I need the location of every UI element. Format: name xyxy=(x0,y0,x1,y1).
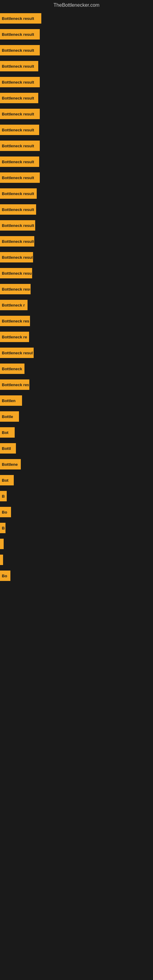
bar-label: Bottlen xyxy=(2,398,16,403)
bar-label: Bottleneck result xyxy=(2,191,34,196)
bar-label: B xyxy=(2,494,5,499)
list-item xyxy=(0,536,153,552)
bar-label: Bottleneck result xyxy=(2,255,32,260)
bars-container: Bottleneck resultBottleneck resultBottle… xyxy=(0,10,153,584)
list-item: Bottleneck result xyxy=(0,265,153,281)
bar-item: Bottleneck result xyxy=(0,109,40,119)
list-item: Bottleneck resu xyxy=(0,313,153,329)
site-title: TheBottlenecker.com xyxy=(0,0,153,10)
list-item: Bot xyxy=(0,472,153,488)
list-item: Bot xyxy=(0,425,153,441)
list-item: Bo xyxy=(0,568,153,584)
list-item: Bottlen xyxy=(0,393,153,409)
bar-label: Bottleneck resu xyxy=(2,382,29,387)
list-item: Bottleneck result xyxy=(0,202,153,218)
bar-label: Bottleneck result xyxy=(2,32,34,37)
bar-item: Bottleneck r xyxy=(0,300,27,310)
list-item xyxy=(0,552,153,568)
list-item: Bottleneck result xyxy=(0,233,153,249)
bar-item xyxy=(0,555,3,565)
bar-item: Bottleneck xyxy=(0,364,24,374)
bar-item xyxy=(0,539,4,549)
bar-label: Bottl xyxy=(2,446,11,451)
bar-item: Bottleneck result xyxy=(0,61,38,72)
list-item: B xyxy=(0,520,153,536)
bar-item: Bottleneck result xyxy=(0,156,39,167)
bar-item: Bottleneck result xyxy=(0,45,40,56)
list-item: Bottleneck xyxy=(0,361,153,377)
list-item: Bottleneck result xyxy=(0,106,153,122)
bar-item: Bo xyxy=(0,507,11,517)
list-item: Bottleneck re xyxy=(0,329,153,345)
bar-label: Bottleneck xyxy=(2,367,22,371)
list-item: Bottl xyxy=(0,441,153,456)
list-item: Bottleneck result xyxy=(0,10,153,26)
bar-item: Bottleneck result xyxy=(0,29,40,40)
bar-label: Bo xyxy=(2,510,7,514)
bar-item: Bottleneck result xyxy=(0,252,33,262)
bar-item: Bottl xyxy=(0,443,16,453)
bar-item: Bottleneck result xyxy=(0,220,35,231)
bar-item: Bottleneck result xyxy=(0,93,38,103)
list-item: Bottleneck result xyxy=(0,58,153,74)
list-item: Bottleneck result xyxy=(0,26,153,42)
bar-label: Bottleneck result xyxy=(2,159,34,164)
bar-item: Bottleneck result xyxy=(0,125,39,135)
bar-label: Bottleneck result xyxy=(2,96,34,100)
bar-label: Bottleneck result xyxy=(2,112,34,116)
bar-item: Bot xyxy=(0,475,14,485)
bar-label: Bottleneck resu xyxy=(2,319,29,323)
bar-label: Bottleneck result xyxy=(2,207,34,212)
bar-label: Bottleneck result xyxy=(2,16,34,21)
list-item: Bottleneck result xyxy=(0,138,153,154)
bar-label: Bottleneck result xyxy=(2,128,34,132)
bar-label: Bottlene xyxy=(2,462,18,467)
bar-item: Bottle xyxy=(0,411,19,422)
bar-item: Bot xyxy=(0,427,15,438)
bar-item: Bottleneck result xyxy=(0,236,34,247)
bar-item: Bottleneck result xyxy=(0,268,32,278)
bar-label: Bottleneck result xyxy=(2,175,34,180)
bar-label: Bottleneck re xyxy=(2,335,27,339)
list-item: Bottleneck result xyxy=(0,90,153,106)
bar-item: Bottleneck result xyxy=(0,140,40,151)
bar-item: Bottleneck result xyxy=(0,172,40,183)
list-item: B xyxy=(0,488,153,504)
list-item: Bottleneck result xyxy=(0,218,153,233)
bar-label: Bo xyxy=(2,574,7,578)
list-item: Bottleneck result xyxy=(0,74,153,90)
bar-item: Bottleneck result xyxy=(0,348,33,358)
list-item: Bottleneck resu xyxy=(0,377,153,393)
bar-item: Bottleneck resu xyxy=(0,284,30,294)
bar-item: Bottleneck re xyxy=(0,332,29,342)
bar-label: Bottleneck resu xyxy=(2,287,30,291)
bar-item: Bottleneck result xyxy=(0,204,36,215)
list-item: Bottleneck result xyxy=(0,345,153,361)
bar-item: Bottlen xyxy=(0,395,22,406)
bar-label: Bottleneck result xyxy=(2,351,33,355)
list-item: Bottleneck resu xyxy=(0,281,153,297)
list-item: Bottleneck result xyxy=(0,154,153,170)
bar-label: Bottle xyxy=(2,414,13,419)
bar-item: B xyxy=(0,491,7,501)
bar-label: Bottleneck result xyxy=(2,223,34,228)
bar-label: Bottleneck r xyxy=(2,303,25,307)
list-item: Bottlene xyxy=(0,456,153,472)
list-item: Bo xyxy=(0,504,153,520)
bar-item: Bottleneck resu xyxy=(0,316,30,326)
bar-item: B xyxy=(0,523,5,533)
bar-item: Bottlene xyxy=(0,459,21,469)
bar-item: Bottleneck resu xyxy=(0,379,29,390)
bar-label: Bottleneck result xyxy=(2,239,33,244)
list-item: Bottleneck r xyxy=(0,297,153,313)
list-item: Bottle xyxy=(0,409,153,425)
list-item: Bottleneck result xyxy=(0,249,153,265)
bar-label: Bottleneck result xyxy=(2,80,34,84)
list-item: Bottleneck result xyxy=(0,186,153,202)
bar-label: Bottleneck result xyxy=(2,144,34,148)
bar-item: Bottleneck result xyxy=(0,188,37,199)
list-item: Bottleneck result xyxy=(0,122,153,138)
bar-label: Bottleneck result xyxy=(2,271,32,275)
bar-item: Bo xyxy=(0,571,10,581)
bar-label: B xyxy=(2,526,5,530)
